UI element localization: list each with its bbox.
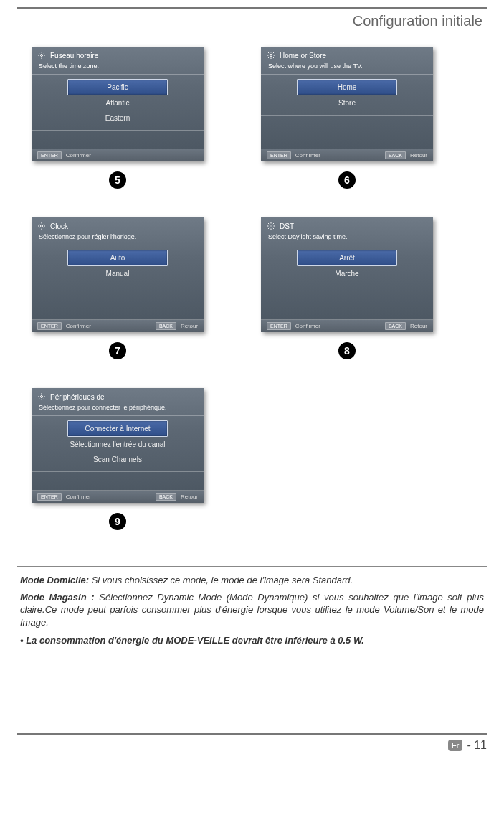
option-item[interactable]: Store <box>297 95 397 110</box>
enter-keycap: ENTER <box>37 322 62 330</box>
setup-step-8: DSTSelect Daylight saving time.ArrêtMarc… <box>261 217 433 359</box>
option-item[interactable]: Scan Channels <box>67 452 168 467</box>
option-item[interactable]: Atlantic <box>67 95 168 110</box>
setup-step-7: ClockSélectionnez pour régler l'horloge.… <box>32 217 204 359</box>
dialog-title: Home or Store <box>280 52 326 60</box>
dialog-subtitle: Sélectionnez pour connecter le périphéri… <box>32 402 204 415</box>
dialog-footer: ENTERConfirmer <box>32 149 204 161</box>
setup-step-6: Home or StoreSelect where you will use t… <box>261 47 433 189</box>
dialog-title: DST <box>280 222 294 230</box>
option-item[interactable]: Arrêt <box>297 250 397 266</box>
back-keycap: BACK <box>385 322 406 330</box>
step-number-badge: 5 <box>109 171 126 189</box>
footer-action-label: Retour <box>410 152 427 159</box>
footer-action-label: Retour <box>181 494 198 500</box>
tv-dialog: Périphériques deSélectionnez pour connec… <box>32 388 204 503</box>
step-number-badge: 6 <box>338 171 356 189</box>
dialog-footer: ENTERConfirmerBACKRetour <box>261 149 433 161</box>
enter-keycap: ENTER <box>37 493 62 501</box>
tv-dialog: Home or StoreSelect where you will use t… <box>261 47 433 161</box>
mode-magasin-paragraph: Mode Magasin : Sélectionnez Dynamic Mode… <box>20 591 484 629</box>
enter-keycap: ENTER <box>267 151 291 159</box>
tv-dialog: ClockSélectionnez pour régler l'horloge.… <box>32 217 204 332</box>
option-item[interactable]: Pacific <box>67 79 168 95</box>
body-text-section: Mode Domicile: Si vous choisissez ce mod… <box>17 566 487 647</box>
back-keycap: BACK <box>385 151 406 159</box>
gear-icon <box>37 392 46 401</box>
footer-action-label: Confirmer <box>66 323 91 329</box>
mode-domicile-paragraph: Mode Domicile: Si vous choisissez ce mod… <box>20 574 484 587</box>
enter-keycap: ENTER <box>37 151 62 159</box>
svg-point-1 <box>270 55 272 57</box>
tv-dialog: DSTSelect Daylight saving time.ArrêtMarc… <box>261 217 433 332</box>
back-keycap: BACK <box>156 322 176 330</box>
energy-bullet: • La consommation d'énergie du MODE-VEIL… <box>20 634 484 647</box>
step-number-badge: 8 <box>338 342 356 359</box>
option-item[interactable]: Eastern <box>67 110 168 126</box>
gear-icon <box>267 51 275 60</box>
lang-badge: Fr <box>448 740 462 751</box>
options-list: ArrêtMarche <box>261 245 433 286</box>
enter-keycap: ENTER <box>267 322 291 330</box>
back-keycap: BACK <box>156 493 176 501</box>
dialog-title: Fuseau horaire <box>50 52 98 60</box>
svg-point-0 <box>41 55 43 57</box>
mode-domicile-text: Si vous choisissez ce mode, le mode de l… <box>89 575 353 585</box>
page-footer: Fr - 11 <box>17 733 487 752</box>
dialog-title: Périphériques de <box>50 393 105 401</box>
setup-step-5: Fuseau horaireSelect the time zone.Pacif… <box>32 47 204 189</box>
gear-icon <box>267 222 275 230</box>
svg-point-2 <box>41 225 43 227</box>
page-header-title: Configuration initiale <box>17 9 487 32</box>
options-list: AutoManual <box>32 245 204 286</box>
option-item[interactable]: Connecter à Internet <box>67 420 168 437</box>
mode-magasin-label: Mode Magasin : <box>20 592 95 603</box>
gear-icon <box>37 222 46 230</box>
svg-point-4 <box>41 396 43 398</box>
step-number-badge: 9 <box>109 513 126 530</box>
dialog-footer: ENTERConfirmerBACKRetour <box>261 319 433 332</box>
dialog-footer: ENTERConfirmerBACKRetour <box>32 319 204 332</box>
tv-dialog: Fuseau horaireSelect the time zone.Pacif… <box>32 47 204 161</box>
options-list: HomeStore <box>261 74 433 116</box>
dialog-footer: ENTERConfirmerBACKRetour <box>32 490 204 503</box>
footer-action-label: Confirmer <box>295 152 320 159</box>
svg-point-3 <box>270 225 272 227</box>
setup-step-9: Périphériques deSélectionnez pour connec… <box>32 388 204 530</box>
option-item[interactable]: Home <box>297 79 397 95</box>
dialog-subtitle: Select the time zone. <box>32 61 204 74</box>
option-item[interactable]: Sélectionnez l'entrée du canal <box>67 437 168 452</box>
mode-domicile-label: Mode Domicile: <box>20 575 89 585</box>
dialog-title: Clock <box>50 222 68 230</box>
dialog-subtitle: Sélectionnez pour régler l'horloge. <box>32 232 204 245</box>
footer-action-label: Confirmer <box>66 152 91 159</box>
footer-action-label: Retour <box>410 323 427 329</box>
option-item[interactable]: Manual <box>67 266 168 281</box>
dialog-subtitle: Select where you will use the TV. <box>261 61 433 74</box>
page-number: - 11 <box>467 739 487 752</box>
footer-action-label: Retour <box>181 323 198 329</box>
option-item[interactable]: Marche <box>297 266 397 281</box>
step-number-badge: 7 <box>109 342 126 359</box>
gear-icon <box>37 51 46 60</box>
option-item[interactable]: Auto <box>67 250 168 266</box>
options-list: PacificAtlanticEastern <box>32 74 204 131</box>
footer-action-label: Confirmer <box>66 494 91 500</box>
dialog-subtitle: Select Daylight saving time. <box>261 232 433 245</box>
options-list: Connecter à InternetSélectionnez l'entré… <box>32 415 204 472</box>
footer-action-label: Confirmer <box>295 323 320 329</box>
